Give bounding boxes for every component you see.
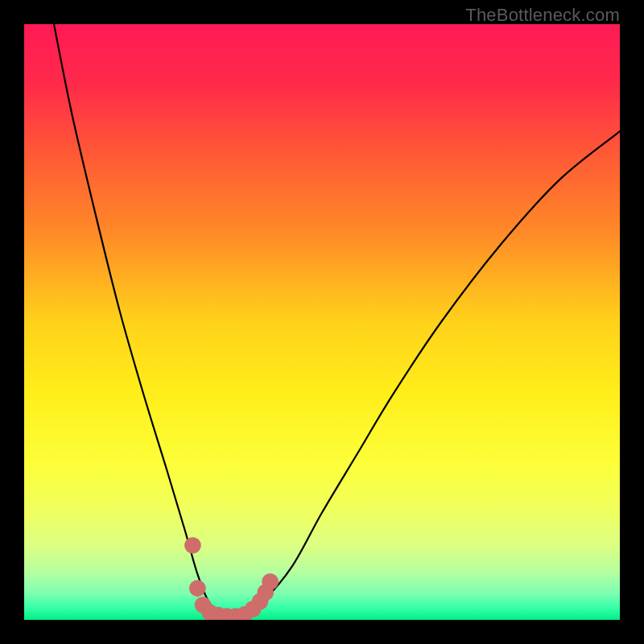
watermark-text: TheBottleneck.com bbox=[465, 5, 620, 26]
curve-marker bbox=[262, 573, 279, 590]
chart-frame bbox=[24, 24, 620, 620]
bottleneck-curve bbox=[24, 24, 620, 620]
curve-marker bbox=[189, 580, 206, 597]
curve-marker bbox=[184, 537, 201, 554]
